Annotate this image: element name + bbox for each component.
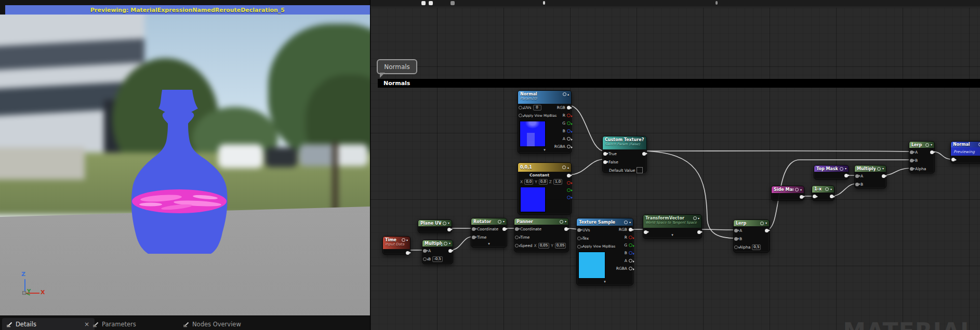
uvs-value-field[interactable]: 0 xyxy=(533,105,541,111)
collapse-icon[interactable] xyxy=(448,222,449,225)
output-pin[interactable] xyxy=(642,152,646,156)
output-pin-g[interactable] xyxy=(567,121,571,125)
input-pin-a[interactable] xyxy=(855,174,859,178)
collapse-icon[interactable] xyxy=(567,166,569,169)
output-pin-g[interactable] xyxy=(567,188,571,192)
preview-toggle-icon[interactable] xyxy=(760,222,764,225)
collapse-icon[interactable] xyxy=(629,221,631,224)
output-pin[interactable] xyxy=(844,174,848,177)
output-pin-b[interactable] xyxy=(567,129,571,133)
collapse-icon[interactable] xyxy=(882,167,884,170)
preview-toggle-icon[interactable] xyxy=(402,238,405,242)
input-pin-speed[interactable] xyxy=(515,244,519,248)
tab-details[interactable]: Details × xyxy=(2,318,95,330)
node-lerp-mid[interactable]: Lerp A B Alpha0,5 xyxy=(733,219,770,253)
input-pin-uvs[interactable] xyxy=(577,228,581,232)
node-graph-canvas[interactable]: Normals Normals MATERIAL xyxy=(370,0,980,330)
expand-node-icon[interactable] xyxy=(577,280,633,284)
output-pin-r[interactable] xyxy=(629,236,632,239)
z-value-field[interactable]: 1,0 xyxy=(553,179,562,185)
x-value-field[interactable]: 0,0 xyxy=(524,179,533,185)
output-pin[interactable] xyxy=(765,229,769,232)
input-pin-b[interactable] xyxy=(423,257,427,261)
input-pin-false[interactable] xyxy=(603,160,607,164)
input-pin-mipbias[interactable] xyxy=(519,114,522,117)
node-multiply-right[interactable]: Multiply A B xyxy=(854,165,886,188)
output-pin-a[interactable] xyxy=(567,137,571,141)
output-pin-rgba[interactable] xyxy=(629,267,632,270)
speed-x-field[interactable]: 0,05 xyxy=(538,243,550,249)
node-constant-001[interactable]: 0,0,1 Constant X 0,0 Y 0,0 Z 1,0 xyxy=(518,162,572,215)
output-pin-g[interactable] xyxy=(629,243,632,247)
y-value-field[interactable]: 0,0 xyxy=(539,179,548,185)
collapse-icon[interactable] xyxy=(567,93,569,96)
preview-toggle-icon[interactable] xyxy=(877,167,881,171)
b-value-field[interactable]: -0,5 xyxy=(432,256,443,262)
output-pin-b[interactable] xyxy=(567,196,571,199)
default-value-checkbox[interactable] xyxy=(637,167,643,173)
collapse-icon[interactable] xyxy=(830,188,832,191)
output-pin[interactable] xyxy=(882,174,885,178)
collapse-icon[interactable] xyxy=(698,217,699,220)
node-texture-sample[interactable]: Texture Sample UVs Tex Apply View MipBia… xyxy=(576,218,633,285)
output-pin[interactable] xyxy=(830,195,833,198)
node-time[interactable]: Time Input Data xyxy=(382,236,410,255)
alpha-value-field[interactable]: 0,5 xyxy=(752,244,761,250)
node-one-minus-x[interactable]: 1-x xyxy=(812,185,835,201)
preview-toggle-icon[interactable] xyxy=(693,216,697,220)
output-pin[interactable] xyxy=(564,227,568,231)
input-pin-tex[interactable] xyxy=(577,237,581,240)
input-pin-a[interactable] xyxy=(734,229,738,232)
preview-toggle-icon[interactable] xyxy=(444,242,447,245)
input-pin-uvs[interactable] xyxy=(519,106,522,109)
node-plane-uvs[interactable]: Plane UVs xyxy=(418,219,452,233)
output-pin-rgb[interactable] xyxy=(567,106,571,109)
output-pin-b[interactable] xyxy=(629,251,632,255)
input-pin-time[interactable] xyxy=(472,236,475,239)
preview-toggle-icon[interactable] xyxy=(795,188,799,191)
input-pin-mipbias[interactable] xyxy=(577,245,581,249)
node-normal-reroute-previewing[interactable]: Normal Previewing xyxy=(950,141,980,163)
output-pin-r[interactable] xyxy=(567,114,571,117)
expand-node-icon[interactable] xyxy=(518,148,571,153)
output-pin[interactable] xyxy=(448,249,452,253)
input-pin-b[interactable] xyxy=(910,159,913,162)
output-pin[interactable] xyxy=(406,251,409,255)
node-top-mask[interactable]: Top Mask xyxy=(814,165,849,180)
node-panner[interactable]: Panner Coordinate Time Speed X0,05 Y0,05 xyxy=(514,218,569,252)
expand-node-icon[interactable] xyxy=(471,242,507,246)
node-lerp-top[interactable]: Lerp A B Alpha xyxy=(909,141,935,173)
input-pin[interactable] xyxy=(951,158,955,161)
preview-toggle-icon[interactable] xyxy=(443,222,446,225)
tab-nodes-overview[interactable]: Nodes Overview xyxy=(179,318,282,330)
output-pin[interactable] xyxy=(930,150,934,154)
input-pin-coordinate[interactable] xyxy=(515,227,519,231)
tab-parameters[interactable]: Parameters xyxy=(88,318,184,330)
node-side-mask[interactable]: Side Mask xyxy=(771,186,804,201)
preview-toggle-icon[interactable] xyxy=(562,166,566,169)
node-transform-vector[interactable]: TransformVector World Space to Tangent S… xyxy=(643,214,702,239)
node-rotator[interactable]: Rotator Coordinate Time xyxy=(471,218,507,248)
collapse-icon[interactable] xyxy=(503,220,505,223)
preview-3d-viewport[interactable]: Z X Y xyxy=(0,15,370,315)
output-pin-rgb[interactable] xyxy=(629,228,632,231)
output-pin[interactable] xyxy=(447,228,451,231)
input-pin-coordinate[interactable] xyxy=(472,227,475,231)
speed-y-field[interactable]: 0,05 xyxy=(555,243,566,249)
collapse-icon[interactable] xyxy=(765,222,767,225)
input-pin-b[interactable] xyxy=(734,237,738,241)
input-pin-alpha[interactable] xyxy=(910,167,913,171)
input-pin-alpha[interactable] xyxy=(734,245,738,249)
input-pin-a[interactable] xyxy=(423,249,427,253)
input-pin-a[interactable] xyxy=(910,150,913,154)
collapse-icon[interactable] xyxy=(845,167,846,170)
preview-toggle-icon[interactable] xyxy=(925,143,929,147)
node-multiply-left[interactable]: Multiply A B-0,5 xyxy=(422,240,453,264)
output-pin-a[interactable] xyxy=(629,259,632,263)
output-pin-r[interactable] xyxy=(567,181,571,185)
input-pin-true[interactable] xyxy=(603,152,607,156)
preview-toggle-icon[interactable] xyxy=(624,221,628,224)
node-normal-param[interactable]: Normal Param2D UVs0 Apply View MipBias R… xyxy=(518,90,572,154)
preview-toggle-icon[interactable] xyxy=(840,167,843,171)
preview-toggle-icon[interactable] xyxy=(498,220,501,224)
